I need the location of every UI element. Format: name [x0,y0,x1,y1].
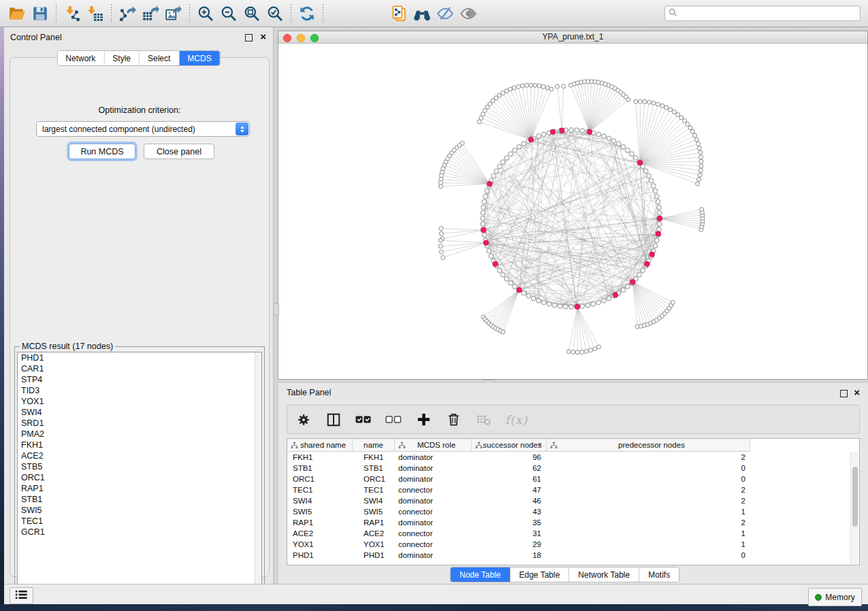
cell-successor-nodes: 46 [472,495,547,506]
task-history-button[interactable] [10,587,33,604]
close-panel-icon[interactable]: × [854,386,860,399]
toolbar-separator [111,4,112,23]
table-row[interactable]: ORC1ORC1dominator610 [287,474,750,484]
vertical-splitter-grip[interactable] [273,303,279,316]
float-window-icon[interactable] [840,390,848,397]
mcds-list-item[interactable]: PMA2 [18,429,261,440]
network-view-window[interactable]: YPA_prune.txt_1 [278,31,868,380]
table-row[interactable]: PHD1PHD1dominator180 [287,550,750,561]
run-mcds-button[interactable]: Run MCDS [69,144,135,159]
tab-select[interactable]: Select [140,51,179,65]
mcds-list-item[interactable]: ACE2 [18,450,261,461]
zoom-fit-icon[interactable] [242,3,262,24]
close-panel-icon[interactable]: × [260,31,266,43]
column-header-successor-nodes[interactable]: successor nodes∨ [472,439,547,451]
mcds-list-item[interactable]: GCR1 [18,527,261,538]
toolbar-separator [56,4,57,23]
mcds-list-item[interactable]: SWI5 [18,505,261,516]
mcds-list-item[interactable]: RAP1 [18,483,261,494]
tab-node-table[interactable]: Node Table [451,567,511,582]
cell-name: RAP1 [353,517,395,528]
mcds-list-item[interactable]: TEC1 [18,516,261,527]
tab-motifs[interactable]: Motifs [639,567,679,582]
table-row[interactable]: STB1STB1dominator620 [287,463,750,474]
tab-network[interactable]: Network [57,51,104,65]
cell-name: STB1 [353,463,395,474]
memory-label: Memory [825,593,854,602]
control-panel-titlebar: Control Panel × [4,27,273,48]
memory-button[interactable]: Memory [808,588,862,606]
table-scrollbar[interactable] [850,452,858,564]
search-input[interactable] [680,8,860,19]
table-row[interactable]: FKH1FKH1dominator962 [287,452,750,463]
cell-name: SWI5 [353,506,395,517]
cell-successor-nodes: 29 [472,539,547,550]
mcds-list-scrollbar[interactable] [255,352,261,597]
column-header-MCDS-role[interactable]: MCDS role [395,439,472,451]
show-all-icon[interactable] [458,3,479,24]
table-row[interactable]: ACE2ACE2connector311 [287,528,750,539]
mcds-list-item[interactable]: ORC1 [18,472,261,483]
select-all-icon[interactable] [355,412,372,428]
cell-name: FKH1 [353,452,395,463]
cell-predecessor-nodes: 2 [547,495,750,506]
table-row[interactable]: YOX1YOX1connector291 [287,539,750,550]
refresh-icon[interactable] [297,3,317,24]
mcds-result-list[interactable]: PHD1CAR1STP4TID3YOX1SWI4SRD1PMA2FKH1ACE2… [17,352,262,598]
search-network-icon[interactable] [412,3,432,24]
tab-edge-table[interactable]: Edge Table [511,567,570,582]
table-scrollbar-thumb[interactable] [852,467,858,527]
column-header-name[interactable]: name [353,439,395,451]
cell-shared-name: ORC1 [287,474,353,484]
export-network-icon[interactable] [117,3,138,24]
toolbar-separator [291,4,291,23]
import-table-icon[interactable] [85,3,106,24]
cell-shared-name: YOX1 [287,539,353,550]
mcds-list-item[interactable]: FKH1 [18,440,261,450]
delete-column-icon[interactable] [445,412,462,428]
tab-network-table[interactable]: Network Table [569,567,639,582]
cell-shared-name: STB1 [287,463,353,474]
tab-style[interactable]: Style [104,51,140,65]
mcds-list-item[interactable]: PHD1 [18,352,261,363]
table-row[interactable]: SWI4SWI4dominator462 [287,495,750,506]
mcds-result-title: MCDS result (17 nodes) [20,342,115,351]
mcds-list-item[interactable]: SWI4 [18,407,261,418]
search-box[interactable] [664,5,861,21]
zoom-in-icon[interactable] [195,3,216,24]
column-header-shared-name[interactable]: shared name [287,439,353,451]
table-row[interactable]: TEC1TEC1connector472 [287,484,750,495]
tab-mcds[interactable]: MCDS [179,51,219,65]
mcds-list-item[interactable]: TID3 [18,385,261,396]
export-table-icon[interactable] [140,3,161,24]
mcds-list-item[interactable]: SRD1 [18,418,261,429]
deselect-all-icon[interactable] [385,412,402,428]
mcds-list-item[interactable]: STB5 [18,461,261,472]
criterion-dropdown[interactable]: largest connected component (undirected) [36,121,250,137]
float-window-icon[interactable] [245,34,253,42]
share-document-icon[interactable] [389,3,409,24]
column-header-predecessor-nodes[interactable]: predecessor nodes [547,439,750,451]
cell-MCDS-role: connector [395,528,472,539]
mcds-list-item[interactable]: YOX1 [18,396,261,407]
mcds-list-item[interactable]: STP4 [18,374,261,385]
hide-selected-icon[interactable] [435,3,455,24]
open-folder-icon[interactable] [7,3,27,24]
zoom-selected-icon[interactable] [265,3,285,24]
network-canvas[interactable] [278,43,867,379]
export-image-icon[interactable] [163,3,184,24]
save-icon[interactable] [30,3,50,24]
table-row[interactable]: RAP1RAP1dominator352 [287,517,750,528]
add-column-icon[interactable] [415,412,432,428]
table-row[interactable]: SWI5SWI5connector431 [287,506,750,517]
import-network-icon[interactable] [62,3,82,24]
mcds-list-item[interactable]: STB1 [18,494,261,505]
close-panel-button[interactable]: Close panel [144,144,214,159]
network-window-titlebar[interactable]: YPA_prune.txt_1 [278,31,867,44]
settings-icon[interactable] [295,412,312,428]
columns-icon[interactable] [325,412,342,428]
table-panel: Table Panel × f(x) shared namenameMCDS r… [278,383,868,584]
task-list-icon [15,589,28,603]
zoom-out-icon[interactable] [219,3,239,24]
mcds-list-item[interactable]: CAR1 [18,363,261,374]
